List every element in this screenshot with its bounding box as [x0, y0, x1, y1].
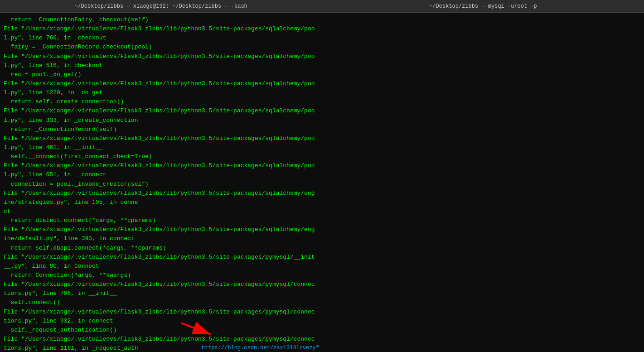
svg-line-1 [181, 323, 211, 334]
red-arrow-indicator [181, 318, 218, 338]
bottom-link: https://blog.csdn.net/zsx1314lovezyf [199, 344, 322, 352]
title-bar: ~/Desktop/zlbbs — xiaoge@192: ~/Desktop/… [0, 0, 644, 13]
tab-mysql[interactable]: ~/Desktop/zlbbs — mysql -uroot -p [322, 0, 644, 12]
terminal-area: return _ConnectionFairy._checkout(self)F… [0, 13, 644, 352]
terminal-output-left: return _ConnectionFairy._checkout(self)F… [4, 15, 318, 352]
terminal-pane-left[interactable]: return _ConnectionFairy._checkout(self)F… [0, 13, 322, 352]
tab-bash[interactable]: ~/Desktop/zlbbs — xiaoge@192: ~/Desktop/… [0, 0, 322, 12]
terminal-pane-right[interactable] [322, 13, 644, 352]
